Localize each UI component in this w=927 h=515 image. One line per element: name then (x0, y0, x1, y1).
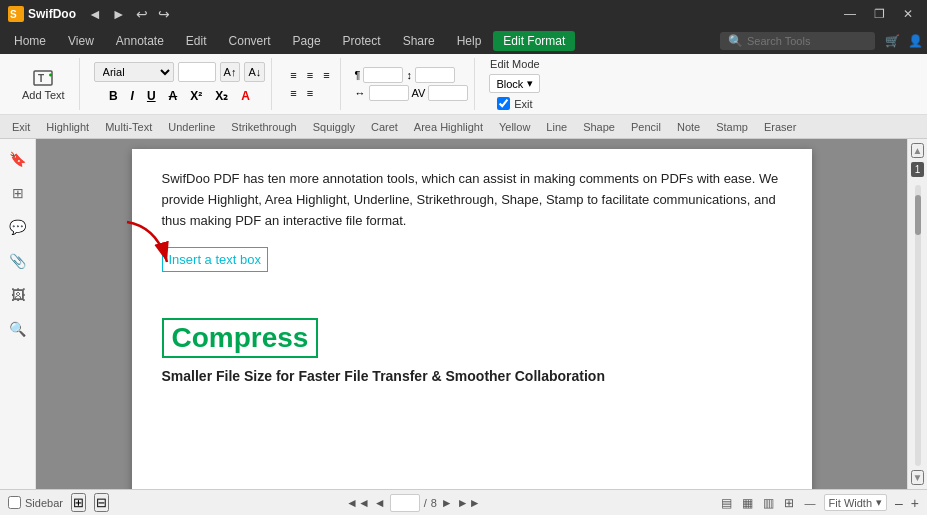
ann-tab-caret[interactable]: Caret (363, 118, 406, 136)
block-dropdown[interactable]: Block ▾ (489, 74, 540, 93)
title-nav-buttons: ◄ ► ↩ ↪ (84, 4, 174, 24)
exit-label: Exit (514, 98, 532, 110)
font-color-button[interactable]: A (236, 86, 255, 106)
total-pages: 8 (431, 497, 437, 509)
app-logo-icon: S (8, 6, 24, 22)
close-button[interactable]: ✕ (897, 5, 919, 23)
ann-tab-highlight[interactable]: Highlight (38, 118, 97, 136)
superscript-button[interactable]: X² (185, 86, 207, 106)
spread-view-button[interactable]: ⊞ (781, 494, 797, 512)
align-buttons: ≡ ≡ ≡ ≡ ≡ (286, 67, 333, 101)
ann-tab-shape[interactable]: Shape (575, 118, 623, 136)
align-distribute-button[interactable]: ≡ (303, 85, 317, 101)
ann-tab-strikethrough[interactable]: Strikethrough (223, 118, 304, 136)
ann-tab-area-highlight[interactable]: Area Highlight (406, 118, 491, 136)
single-page-view-button[interactable]: ▤ (718, 494, 735, 512)
prev-page-button[interactable]: ◄ (374, 496, 386, 510)
font-family-select[interactable]: Arial (94, 62, 174, 82)
sidebar-toggle-checkbox[interactable] (8, 496, 21, 509)
scroll-thumb[interactable] (915, 195, 921, 235)
ann-tab-stamp[interactable]: Stamp (708, 118, 756, 136)
zoom-plus-button[interactable]: + (911, 495, 919, 511)
scroll-down-button[interactable]: ▼ (911, 470, 925, 485)
collapse-button[interactable]: ⊟ (94, 493, 109, 512)
menu-annotate[interactable]: Annotate (106, 31, 174, 51)
sidebar-icon-comments[interactable]: 💬 (5, 215, 30, 239)
ann-tab-exit[interactable]: Exit (4, 118, 38, 136)
add-text-group: T Add Text (8, 58, 80, 110)
menu-page[interactable]: Page (283, 31, 331, 51)
zoom-minus-button[interactable]: – (895, 495, 903, 511)
sidebar-icon-thumbnails[interactable]: ⊞ (8, 181, 28, 205)
align-justify-button[interactable]: ≡ (286, 85, 300, 101)
menu-help[interactable]: Help (447, 31, 492, 51)
ann-tab-eraser[interactable]: Eraser (756, 118, 804, 136)
strikethrough-button[interactable]: A (164, 86, 183, 106)
sidebar-icon-search[interactable]: 🔍 (5, 317, 30, 341)
fit-width-dropdown[interactable]: Fit Width ▾ (824, 494, 887, 511)
ann-tab-yellow[interactable]: Yellow (491, 118, 538, 136)
scroll-up-button[interactable]: ▲ (911, 143, 925, 158)
add-text-icon: T (32, 67, 54, 89)
spacing-scale-input[interactable]: 100 (369, 85, 409, 101)
align-center-button[interactable]: ≡ (303, 67, 317, 83)
spacing-row-1: ¶ 0.00 ↕ 0.00 (355, 67, 469, 83)
minimize-button[interactable]: — (838, 5, 862, 23)
expand-button[interactable]: ⊞ (71, 493, 86, 512)
nav-undo-button[interactable]: ↩ (132, 4, 152, 24)
underline-button[interactable]: U (142, 86, 161, 106)
menu-view[interactable]: View (58, 31, 104, 51)
spacing-after-input[interactable]: 0.00 (415, 67, 455, 83)
ann-tab-underline[interactable]: Underline (160, 118, 223, 136)
svg-text:S: S (10, 9, 17, 20)
maximize-button[interactable]: ❐ (868, 5, 891, 23)
ann-tab-pencil[interactable]: Pencil (623, 118, 669, 136)
align-left-button[interactable]: ≡ (286, 67, 300, 83)
subscript-button[interactable]: X₂ (210, 86, 233, 106)
sidebar-icon-attachments[interactable]: 📎 (5, 249, 30, 273)
next-page-button[interactable]: ► (441, 496, 453, 510)
search-box[interactable]: 🔍 (720, 32, 875, 50)
bold-button[interactable]: B (104, 86, 123, 106)
status-bar: Sidebar ⊞ ⊟ ◄◄ ◄ 5 / 8 ► ►► ▤ ▦ ▥ ⊞ — Fi… (0, 489, 927, 515)
compress-subtitle: Smaller File Size for Faster File Transf… (162, 368, 782, 384)
add-text-button[interactable]: T Add Text (14, 63, 73, 105)
spacing-before-input[interactable]: 0.00 (363, 67, 403, 83)
ann-tab-note[interactable]: Note (669, 118, 708, 136)
nav-forward-button[interactable]: ► (108, 4, 130, 24)
sidebar-icon-bookmark[interactable]: 🔖 (5, 147, 30, 171)
menu-bar: Home View Annotate Edit Convert Page Pro… (0, 28, 927, 54)
text-box-container: Insert a text box (162, 247, 782, 272)
ann-tab-squiggly[interactable]: Squiggly (305, 118, 363, 136)
nav-redo-button[interactable]: ↪ (154, 4, 174, 24)
ann-tab-line[interactable]: Line (538, 118, 575, 136)
search-input[interactable] (747, 35, 867, 47)
scroll-view-button[interactable]: ▥ (760, 494, 777, 512)
font-grow-button[interactable]: A↑ (220, 62, 241, 82)
exit-checkbox[interactable] (497, 97, 510, 110)
menu-convert[interactable]: Convert (219, 31, 281, 51)
italic-button[interactable]: I (126, 86, 139, 106)
user-icon[interactable]: 👤 (908, 34, 923, 48)
nav-back-button[interactable]: ◄ (84, 4, 106, 24)
two-page-view-button[interactable]: ▦ (739, 494, 756, 512)
document-body-text: SwifDoo PDF has ten more annotation tool… (162, 169, 782, 231)
align-right-button[interactable]: ≡ (319, 67, 333, 83)
ann-tab-multitext[interactable]: Multi-Text (97, 118, 160, 136)
menu-share[interactable]: Share (393, 31, 445, 51)
sidebar-checkbox[interactable]: Sidebar (8, 496, 63, 509)
menu-home[interactable]: Home (4, 31, 56, 51)
font-shrink-button[interactable]: A↓ (244, 62, 265, 82)
last-page-button[interactable]: ►► (457, 496, 481, 510)
menu-edit-format[interactable]: Edit Format (493, 31, 575, 51)
menu-edit[interactable]: Edit (176, 31, 217, 51)
first-page-button[interactable]: ◄◄ (346, 496, 370, 510)
cart-icon[interactable]: 🛒 (885, 34, 900, 48)
scroll-track[interactable] (915, 185, 921, 466)
sidebar-icon-image[interactable]: 🖼 (7, 283, 29, 307)
exit-row[interactable]: Exit (497, 97, 532, 110)
spacing-char-input[interactable]: 0.00 (428, 85, 468, 101)
font-size-input[interactable]: 12.00 (178, 62, 216, 82)
menu-protect[interactable]: Protect (333, 31, 391, 51)
current-page-input[interactable]: 5 (390, 494, 420, 512)
